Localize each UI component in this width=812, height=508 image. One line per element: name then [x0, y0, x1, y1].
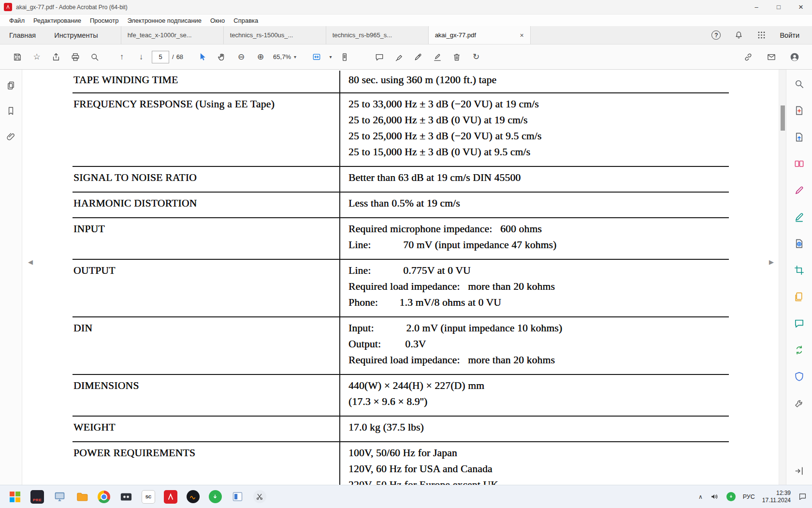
minimize-button[interactable]: –	[745, 0, 768, 14]
undo-rotate-icon[interactable]: ↻	[466, 48, 486, 66]
edit-pdf-icon[interactable]	[793, 210, 806, 223]
chrome-icon[interactable]	[93, 486, 115, 508]
menu-window[interactable]: Окно	[206, 17, 229, 24]
doc-tab-3[interactable]: technics_rs-b965_s...	[326, 26, 428, 44]
link-icon[interactable]	[739, 48, 758, 66]
sign-in-button[interactable]: Войти	[780, 31, 799, 39]
search-tools-icon[interactable]	[793, 77, 806, 90]
stamp-tool-icon[interactable]	[428, 48, 447, 66]
bookmarks-icon[interactable]	[6, 106, 16, 116]
system-tray: ∧ РУС 12:39 17.11.2024	[698, 490, 812, 504]
menu-help[interactable]: Справка	[229, 17, 262, 24]
convert-icon[interactable]	[793, 344, 806, 356]
tab-home[interactable]: Главная	[0, 26, 45, 44]
clock[interactable]: 12:39 17.11.2024	[762, 490, 791, 504]
help-icon[interactable]: ?	[711, 30, 721, 40]
table-row: SIGNAL TO NOISE RATIO Better than 63 dB …	[72, 167, 729, 193]
spec-label: DIMENSIONS	[72, 375, 339, 416]
start-button[interactable]	[4, 486, 26, 508]
page-display-dropdown[interactable]	[307, 48, 326, 66]
hidden-icons-chevron[interactable]: ∧	[698, 493, 703, 500]
next-view-arrow[interactable]: ▶	[769, 258, 774, 266]
maximize-button[interactable]: □	[768, 0, 790, 14]
spec-value-line: 220V, 50 Hz for Europe except UK	[348, 477, 729, 485]
close-button[interactable]: ×	[790, 0, 812, 14]
menu-edit[interactable]: Редактирование	[29, 17, 86, 24]
batch-pages-icon[interactable]	[793, 290, 806, 303]
notification-center-icon[interactable]	[798, 492, 807, 501]
page-thumbnails-icon[interactable]	[6, 80, 16, 90]
comment-panel-icon[interactable]	[793, 317, 806, 329]
menu-view[interactable]: Просмотр	[86, 17, 123, 24]
save-button[interactable]	[8, 48, 27, 66]
spec-values: 17.0 kg (37.5 lbs)	[339, 417, 729, 441]
bell-icon[interactable]	[734, 30, 743, 40]
protect-icon[interactable]	[793, 370, 806, 383]
previous-page-button[interactable]: ↑	[112, 48, 131, 66]
share-icon[interactable]	[46, 48, 66, 66]
select-tool-icon[interactable]	[193, 48, 212, 66]
previous-view-arrow[interactable]: ◀	[28, 258, 33, 266]
chevron-down-icon[interactable]: ▾	[326, 48, 335, 66]
zoom-level-dropdown[interactable]: 65,7% ▾	[270, 53, 299, 60]
highlighter-tool-icon[interactable]	[389, 48, 408, 66]
sign-tool-icon[interactable]	[408, 48, 428, 66]
menu-esign[interactable]: Электронное подписание	[123, 17, 206, 24]
email-icon[interactable]	[762, 48, 781, 66]
scrollbar-thumb[interactable]	[781, 105, 785, 131]
spec-value-line: Required load impedance: more than 20 ko…	[348, 279, 729, 295]
user-avatar[interactable]	[785, 48, 804, 66]
tray-app-icon[interactable]	[726, 492, 736, 501]
create-pdf-icon[interactable]	[793, 104, 806, 117]
titlebar: akai_gx-77.pdf - Adobe Acrobat Pro (64-b…	[0, 0, 812, 15]
comment-tool-icon[interactable]	[370, 48, 389, 66]
spec-values: Line: 0.775V at 0 VU Required load imped…	[339, 260, 729, 316]
tab-tools[interactable]: Инструменты	[45, 26, 107, 44]
combine-files-icon[interactable]	[793, 237, 806, 250]
spec-value-line: Line: 70 mV (input impedance 47 kohms)	[348, 237, 729, 253]
star-icon[interactable]: ☆	[27, 48, 46, 66]
table-row: TAPE WINDING TIME 80 sec. using 360 m (1…	[72, 71, 729, 93]
collapse-pane-icon[interactable]	[793, 464, 806, 477]
doc-tab-4-active[interactable]: akai_gx-77.pdf ×	[428, 26, 531, 44]
spec-values: Required microphone impedance: 600 ohms …	[339, 218, 729, 259]
document-viewport[interactable]: TAPE WINDING TIME 80 sec. using 360 m (1…	[22, 70, 779, 485]
file-explorer-icon[interactable]	[48, 486, 71, 508]
crop-pages-icon[interactable]	[793, 264, 806, 276]
pre-app-icon[interactable]: PRE	[26, 486, 48, 508]
snipping-tool-icon[interactable]	[248, 486, 271, 508]
zoom-in-button[interactable]: ⊕	[251, 48, 270, 66]
more-tools-icon[interactable]	[793, 397, 806, 409]
spec-value-line: Line: 0.775V at 0 VU	[348, 263, 729, 279]
close-tab-icon[interactable]: ×	[520, 31, 523, 39]
attachments-icon[interactable]	[6, 132, 16, 142]
fill-sign-icon[interactable]	[793, 184, 806, 196]
page-number-input[interactable]	[152, 51, 169, 63]
spec-value-line: 25 to 33,000 Hz ± 3 dB (−20 VU) at 19 cm…	[348, 96, 729, 112]
tabbar-right: ? Войти	[711, 26, 812, 44]
export-pdf-icon[interactable]	[793, 131, 806, 143]
menu-file[interactable]: Файл	[5, 17, 29, 24]
audio-app-icon[interactable]	[182, 486, 204, 508]
delete-tool-icon[interactable]	[447, 48, 466, 66]
volume-icon[interactable]	[710, 492, 719, 501]
print-button[interactable]	[66, 48, 85, 66]
media-app-icon[interactable]	[204, 486, 226, 508]
spec-value-line: (17.3 × 9.6 × 8.9'')	[348, 394, 729, 410]
organize-pages-icon[interactable]	[793, 157, 806, 170]
cassette-app-icon[interactable]	[115, 486, 137, 508]
zoom-out-button[interactable]: ⊖	[232, 48, 251, 66]
apps-grid-icon[interactable]	[757, 30, 766, 40]
language-indicator[interactable]: РУС	[743, 493, 755, 500]
window-app-icon[interactable]	[226, 486, 248, 508]
acrobat-taskbar-icon[interactable]	[160, 486, 182, 508]
folder-app-icon[interactable]	[71, 486, 93, 508]
doc-tab-2[interactable]: technics_rs-1500us_...	[223, 26, 326, 44]
doc-tab-1[interactable]: hfe_teac_x-1000r_se...	[121, 26, 223, 44]
vertical-scrollbar[interactable]	[779, 70, 786, 485]
page-scrolling-icon[interactable]	[335, 48, 354, 66]
next-page-button[interactable]: ↓	[131, 48, 151, 66]
search-icon[interactable]	[85, 48, 104, 66]
sc-app-icon[interactable]: SC	[137, 486, 160, 508]
hand-tool-icon[interactable]	[212, 48, 232, 66]
